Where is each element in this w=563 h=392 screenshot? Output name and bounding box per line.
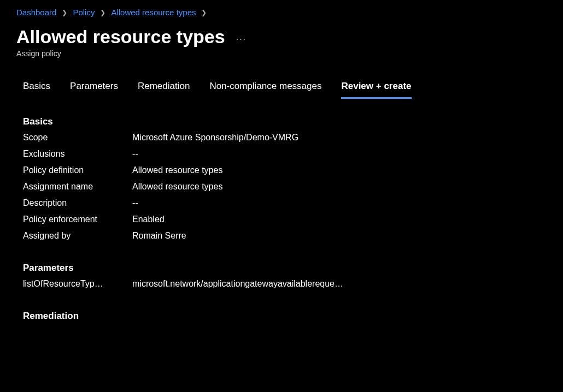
chevron-right-icon: ❯: [201, 9, 207, 16]
section-basics: Basics Scope Microsoft Azure Sponsorship…: [16, 116, 547, 241]
label-policy-enforcement: Policy enforcement: [23, 215, 132, 224]
section-parameters: Parameters listOfResourceTyp… microsoft.…: [16, 263, 547, 289]
label-scope: Scope: [23, 133, 132, 142]
value-description: --: [132, 198, 138, 208]
value-policy-definition: Allowed resource types: [132, 165, 222, 175]
chevron-right-icon: ❯: [62, 9, 67, 16]
tab-bar: Basics Parameters Remediation Non-compli…: [16, 81, 547, 99]
section-remediation: Remediation: [16, 311, 547, 322]
chevron-right-icon: ❯: [100, 9, 105, 16]
label-exclusions: Exclusions: [23, 149, 132, 159]
section-heading-remediation: Remediation: [23, 311, 547, 322]
value-list-of-resource-types: microsoft.network/applicationgatewayavai…: [132, 279, 343, 289]
label-policy-definition: Policy definition: [23, 165, 132, 175]
row-assignment-name: Assignment name Allowed resource types: [23, 182, 547, 192]
row-policy-enforcement: Policy enforcement Enabled: [23, 215, 547, 224]
tab-remediation[interactable]: Remediation: [138, 81, 190, 99]
label-description: Description: [23, 198, 132, 208]
breadcrumb-allowed-resource-types[interactable]: Allowed resource types: [111, 8, 196, 17]
value-exclusions: --: [132, 149, 138, 159]
row-policy-definition: Policy definition Allowed resource types: [23, 165, 547, 175]
section-heading-parameters: Parameters: [23, 263, 547, 274]
value-scope: Microsoft Azure Sponsorship/Demo-VMRG: [132, 133, 298, 142]
label-assigned-by: Assigned by: [23, 231, 132, 241]
breadcrumb: Dashboard ❯ Policy ❯ Allowed resource ty…: [16, 8, 547, 17]
row-exclusions: Exclusions --: [23, 149, 547, 159]
tab-non-compliance-messages[interactable]: Non-compliance messages: [209, 81, 321, 99]
row-description: Description --: [23, 198, 547, 208]
row-list-of-resource-types: listOfResourceTyp… microsoft.network/app…: [23, 279, 547, 289]
value-assigned-by: Romain Serre: [132, 231, 186, 241]
page-subtitle: Assign policy: [16, 49, 547, 58]
tab-parameters[interactable]: Parameters: [70, 81, 118, 99]
page-title: Allowed resource types: [16, 26, 225, 48]
more-actions-button[interactable]: ···: [236, 29, 247, 44]
row-scope: Scope Microsoft Azure Sponsorship/Demo-V…: [23, 133, 547, 142]
breadcrumb-policy[interactable]: Policy: [73, 8, 95, 17]
page-title-row: Allowed resource types ···: [16, 26, 547, 48]
tab-review-create[interactable]: Review + create: [341, 81, 411, 99]
value-assignment-name: Allowed resource types: [132, 182, 222, 192]
breadcrumb-dashboard[interactable]: Dashboard: [16, 8, 56, 17]
section-heading-basics: Basics: [23, 116, 547, 127]
value-policy-enforcement: Enabled: [132, 215, 165, 224]
row-assigned-by: Assigned by Romain Serre: [23, 231, 547, 241]
label-list-of-resource-types: listOfResourceTyp…: [23, 279, 132, 289]
page-header: Allowed resource types ··· Assign policy: [16, 26, 547, 58]
tab-basics[interactable]: Basics: [23, 81, 50, 99]
label-assignment-name: Assignment name: [23, 182, 132, 192]
